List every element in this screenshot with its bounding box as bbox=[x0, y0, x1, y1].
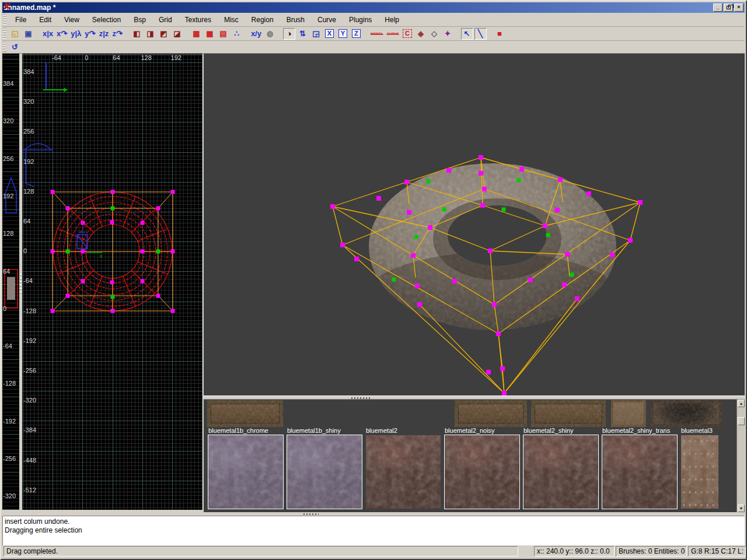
patch-control-point[interactable] bbox=[66, 294, 70, 298]
patch-control-point[interactable] bbox=[502, 391, 507, 396]
patch-control-point[interactable] bbox=[141, 279, 145, 284]
menu-grid[interactable]: Grid bbox=[152, 13, 179, 26]
select-partial-tall-icon[interactable]: ◩ bbox=[158, 28, 170, 40]
minimize-button[interactable]: _ bbox=[713, 4, 722, 12]
texture-tile-bluemetal2[interactable] bbox=[366, 435, 441, 509]
texture-tile-bluemetal1b_chrome[interactable] bbox=[208, 435, 283, 509]
menu-plugins[interactable]: Plugins bbox=[343, 13, 378, 26]
select-mouse-vertex-icon[interactable]: ↖ bbox=[461, 28, 473, 40]
patch-control-point[interactable] bbox=[610, 253, 615, 257]
dont-select-models-icon[interactable]: MODEL bbox=[369, 28, 385, 40]
patch-control-point[interactable] bbox=[452, 279, 457, 284]
patch-overlay-icon[interactable]: ◈ bbox=[415, 28, 427, 40]
patch-control-point[interactable] bbox=[555, 208, 560, 212]
patch-nail-icon[interactable]: ✦ bbox=[442, 28, 454, 40]
patch-control-point[interactable] bbox=[638, 200, 643, 205]
patch-control-point[interactable] bbox=[111, 295, 115, 299]
patch-control-point[interactable] bbox=[488, 249, 493, 253]
cap-current-curve-icon[interactable]: C bbox=[402, 28, 414, 40]
flip-y-icon[interactable]: y|λ bbox=[69, 28, 82, 40]
menu-textures[interactable]: Textures bbox=[179, 13, 218, 26]
csg-subtract-icon[interactable]: ▩ bbox=[204, 28, 216, 40]
texture-lock-icon[interactable]: x/y bbox=[250, 28, 263, 40]
patch-control-point[interactable] bbox=[407, 210, 411, 215]
patch-control-point[interactable] bbox=[392, 278, 396, 282]
texture-tile-bluemetal2_shiny[interactable] bbox=[523, 435, 598, 509]
patch-control-point[interactable] bbox=[330, 204, 335, 209]
menu-brush[interactable]: Brush bbox=[280, 13, 311, 26]
cubic-clipping-icon[interactable]: ⇅ bbox=[296, 28, 309, 40]
menu-file[interactable]: File bbox=[9, 13, 33, 26]
open-icon[interactable]: ◱ bbox=[9, 28, 21, 40]
vertex-drag-icon[interactable]: ∴ bbox=[231, 28, 243, 40]
flip-x-icon[interactable]: x|x bbox=[41, 28, 54, 40]
patch-control-point[interactable] bbox=[66, 206, 70, 211]
xy-2d-view[interactable]: x 384320256192128640-64-128-192-256-320-… bbox=[22, 54, 203, 510]
patch-control-point[interactable] bbox=[546, 233, 550, 237]
patch-control-point[interactable] bbox=[156, 294, 160, 298]
patch-control-point[interactable] bbox=[411, 253, 416, 258]
patch-control-point[interactable] bbox=[528, 278, 533, 282]
patch-control-point[interactable] bbox=[479, 171, 483, 176]
patch-control-point[interactable] bbox=[111, 206, 115, 211]
plugin-toolbar-grip[interactable] bbox=[3, 42, 6, 52]
menu-view[interactable]: View bbox=[58, 13, 86, 26]
patch-control-point[interactable] bbox=[414, 235, 418, 239]
patch-control-point[interactable] bbox=[354, 257, 359, 261]
patch-control-point[interactable] bbox=[587, 191, 591, 196]
patch-control-point[interactable] bbox=[51, 190, 55, 194]
patch-control-point[interactable] bbox=[171, 250, 175, 254]
flip-z-icon[interactable]: z|z bbox=[97, 28, 110, 40]
menubar-grip[interactable] bbox=[3, 14, 6, 25]
patch-control-point[interactable] bbox=[479, 155, 483, 160]
patch-control-point[interactable] bbox=[156, 206, 160, 211]
scroll-up-button[interactable]: ▲ bbox=[738, 400, 745, 407]
scroll-down-button[interactable]: ▼ bbox=[738, 505, 745, 512]
select-complete-tall-icon[interactable]: ◧ bbox=[131, 28, 143, 40]
patch-bend-icon[interactable]: ◇ bbox=[428, 28, 441, 40]
patch-control-point[interactable] bbox=[492, 302, 497, 307]
texture-browser[interactable]: ▲ ▼ bluemetal1b_chromebluemetal1b_shinyb… bbox=[204, 400, 745, 512]
menu-help[interactable]: Help bbox=[378, 13, 406, 26]
menu-misc[interactable]: Misc bbox=[218, 13, 245, 26]
texture-tile-bluemetal2_shiny_trans[interactable] bbox=[602, 435, 677, 509]
menu-curve[interactable]: Curve bbox=[311, 13, 343, 26]
patch-control-point[interactable] bbox=[442, 208, 446, 212]
next-view-icon[interactable]: ◲ bbox=[310, 28, 322, 40]
view-z-icon[interactable]: Z bbox=[350, 28, 362, 40]
texture-scrollbar[interactable]: ▲ ▼ bbox=[736, 400, 745, 512]
csg-merge-icon[interactable]: ▤ bbox=[217, 28, 229, 40]
select-inside-icon[interactable]: ◪ bbox=[171, 28, 183, 40]
patch-control-point[interactable] bbox=[81, 279, 85, 284]
patch-control-point[interactable] bbox=[519, 167, 524, 172]
patch-control-point[interactable] bbox=[486, 370, 491, 374]
texture-tile-bluemetal3[interactable] bbox=[681, 435, 718, 509]
patch-control-point[interactable] bbox=[480, 203, 485, 208]
view-cube-icon[interactable]: ◍ bbox=[264, 28, 276, 40]
rotate-z-icon[interactable]: z↷ bbox=[111, 28, 123, 40]
patch-control-point[interactable] bbox=[575, 296, 580, 301]
menu-edit[interactable]: Edit bbox=[33, 13, 58, 26]
restore-button[interactable] bbox=[724, 4, 733, 12]
patch-control-point[interactable] bbox=[111, 190, 115, 194]
patch-control-point[interactable] bbox=[111, 309, 115, 313]
toolbar-grip[interactable] bbox=[3, 28, 6, 39]
console-output[interactable]: insert colum undone.Dragging entire sele… bbox=[2, 516, 745, 546]
patch-control-point[interactable] bbox=[558, 177, 563, 182]
dont-select-entity-icon[interactable]: ■ bbox=[494, 28, 506, 40]
patch-control-point[interactable] bbox=[171, 190, 175, 194]
patch-control-point[interactable] bbox=[51, 250, 55, 254]
texture-tile-partial[interactable] bbox=[611, 400, 646, 427]
patch-control-point[interactable] bbox=[496, 331, 501, 336]
texture-tile-bluemetal2_noisy[interactable] bbox=[445, 435, 519, 509]
patch-control-point[interactable] bbox=[81, 221, 85, 225]
patch-control-point[interactable] bbox=[500, 366, 505, 371]
texture-tile-partial[interactable] bbox=[531, 400, 606, 427]
texture-tile-partial[interactable] bbox=[207, 400, 283, 427]
patch-control-point[interactable] bbox=[428, 225, 432, 230]
save-icon[interactable]: ▣ bbox=[22, 28, 34, 40]
patch-control-point[interactable] bbox=[171, 309, 175, 313]
patch-control-point[interactable] bbox=[66, 250, 70, 254]
view-y-icon[interactable]: Y bbox=[337, 28, 349, 40]
patch-control-point[interactable] bbox=[570, 273, 574, 277]
